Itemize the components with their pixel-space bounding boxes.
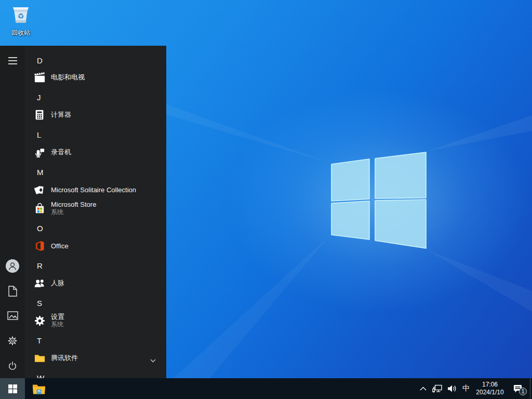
section-header-l[interactable]: L — [25, 125, 166, 144]
section-header-m[interactable]: M — [25, 162, 166, 182]
app-label: 设置 — [51, 313, 64, 321]
movies-tv-icon — [33, 71, 46, 84]
power-icon[interactable] — [0, 355, 25, 376]
section-letter: L — [37, 130, 41, 139]
app-sublabel: 系统 — [51, 321, 64, 328]
start-menu-rail — [0, 46, 25, 378]
app-item-voice-recorder[interactable]: 录音机 — [25, 142, 166, 162]
tray-chevron-up[interactable] — [417, 378, 429, 399]
app-label: Microsoft Store — [51, 201, 96, 208]
app-item-microsoft-store[interactable]: Microsoft Store 系统 — [25, 198, 166, 219]
app-item-calculator[interactable]: 计算器 — [25, 105, 166, 125]
tray-clock[interactable]: 17:06 2024/1/10 — [473, 378, 507, 399]
app-label: Office — [51, 242, 69, 250]
app-item-settings[interactable]: 设置 系统 — [25, 310, 166, 331]
recycle-bin-icon: ♻ — [9, 3, 32, 26]
section-header-j[interactable]: J — [25, 87, 166, 107]
taskbar: 中 17:06 2024/1/10 1 — [0, 378, 532, 399]
section-letter: D — [37, 56, 43, 65]
svg-text:♻: ♻ — [18, 12, 24, 20]
app-item-tencent-folder[interactable]: 腾讯软件 — [25, 348, 166, 368]
app-item-movies-tv[interactable]: 电影和电视 — [25, 68, 166, 87]
section-header-w[interactable]: W — [25, 368, 166, 378]
voice-recorder-icon — [33, 146, 46, 158]
hamburger-menu-icon[interactable] — [0, 50, 25, 71]
store-icon — [33, 202, 46, 215]
section-letter: J — [37, 93, 41, 102]
windows-desktop: ♻ 回收站 — [0, 0, 532, 399]
action-center-button[interactable]: 1 — [507, 378, 529, 399]
app-label: 电影和电视 — [51, 73, 85, 82]
speaker-volume-icon — [447, 384, 457, 393]
section-letter: T — [37, 336, 42, 345]
app-label: 腾讯软件 — [51, 353, 78, 363]
section-header-t[interactable]: T — [25, 330, 166, 350]
chevron-down-icon — [150, 355, 156, 365]
windows-logo-icon — [8, 384, 17, 393]
app-label: 人脉 — [51, 278, 64, 288]
app-item-people[interactable]: 人脉 — [25, 273, 166, 293]
notification-badge: 1 — [519, 388, 527, 395]
user-avatar-icon[interactable] — [0, 256, 25, 276]
people-icon — [33, 277, 46, 289]
section-letter: R — [37, 261, 43, 270]
app-label: 计算器 — [51, 110, 71, 119]
settings-gear-icon[interactable] — [0, 330, 25, 351]
recycle-bin-label: 回收站 — [4, 29, 37, 37]
clock-date: 2024/1/10 — [476, 389, 503, 396]
documents-icon[interactable] — [0, 281, 25, 301]
section-letter: O — [37, 224, 43, 233]
settings-app-icon — [33, 314, 46, 327]
calculator-icon — [33, 109, 46, 121]
app-label: 录音机 — [51, 148, 71, 157]
system-tray: 中 17:06 2024/1/10 1 — [417, 378, 529, 399]
start-button[interactable] — [0, 378, 25, 399]
pictures-icon[interactable] — [0, 305, 25, 326]
tray-network[interactable] — [429, 378, 445, 399]
ime-label: 中 — [462, 384, 470, 393]
recycle-bin[interactable]: ♻ 回收站 — [4, 3, 37, 37]
app-item-solitaire[interactable]: Microsoft Solitaire Collection — [25, 180, 166, 200]
section-letter: M — [37, 168, 44, 177]
clock-time: 17:06 — [476, 381, 503, 389]
app-item-office[interactable]: Office — [25, 236, 166, 256]
tray-ime-indicator[interactable]: 中 — [459, 378, 473, 399]
solitaire-icon — [33, 183, 46, 196]
folder-icon — [33, 352, 46, 364]
section-header-o[interactable]: O — [25, 218, 166, 238]
office-icon — [33, 240, 46, 252]
file-explorer-button[interactable] — [27, 378, 51, 399]
start-menu: D 电影和电视 J — [0, 46, 166, 378]
section-header-r[interactable]: R — [25, 256, 166, 275]
ethernet-network-icon — [432, 384, 442, 393]
file-explorer-icon — [32, 383, 46, 394]
app-label: Microsoft Solitaire Collection — [51, 186, 136, 194]
tray-volume[interactable] — [445, 378, 459, 399]
section-letter: W — [37, 374, 44, 379]
app-sublabel: 系统 — [51, 208, 96, 216]
show-desktop-button[interactable] — [530, 378, 532, 399]
chevron-up-icon — [420, 387, 427, 391]
start-menu-app-list: D 电影和电视 J — [25, 46, 166, 378]
section-letter: S — [37, 299, 42, 308]
